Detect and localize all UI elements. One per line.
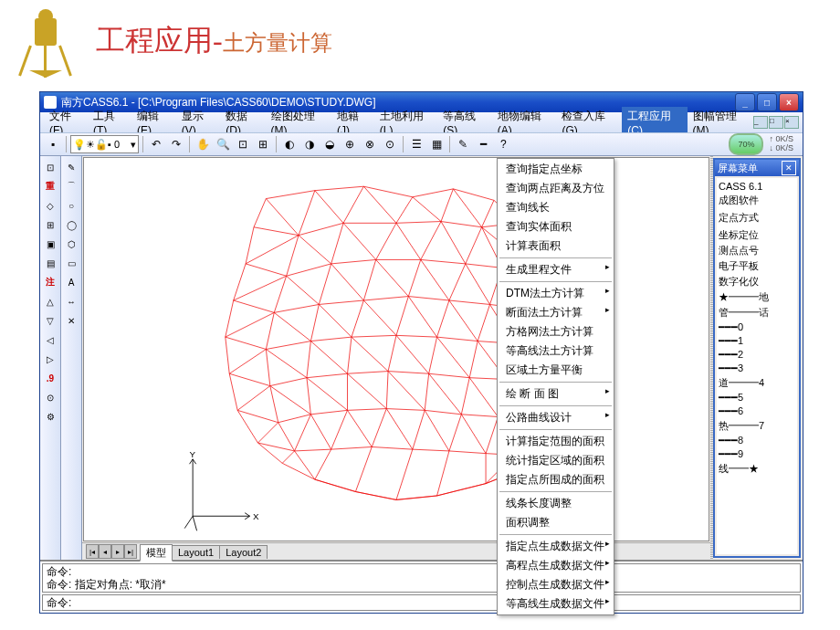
dd-point-gen-data[interactable]: 指定点生成数据文件 bbox=[499, 537, 613, 556]
vtool-btn[interactable]: ◇ bbox=[41, 196, 59, 215]
dd-road-curve-design[interactable]: 公路曲线设计 bbox=[499, 408, 613, 427]
dd-area-adjust[interactable]: 面积调整 bbox=[499, 513, 613, 532]
layer-combo[interactable]: 💡☀🔓▪ 0 ▾ bbox=[70, 135, 139, 153]
tool-btn[interactable]: ▦ bbox=[427, 135, 446, 153]
tool-btn[interactable]: ⊗ bbox=[361, 135, 379, 153]
vtool-btn[interactable]: ▣ bbox=[41, 235, 59, 253]
command-input-row[interactable]: 命令: bbox=[42, 594, 801, 611]
zoom-window-icon[interactable]: ⊡ bbox=[234, 135, 252, 153]
vtool-btn[interactable]: ⚙ bbox=[41, 407, 59, 425]
panel-item[interactable]: 道━━━4 bbox=[719, 375, 795, 391]
panel-item[interactable]: 线━━★ bbox=[719, 461, 795, 477]
dd-gen-mileage-file[interactable]: 生成里程文件 bbox=[499, 260, 613, 279]
vtool-btn[interactable]: ○ bbox=[62, 196, 80, 215]
panel-close-icon[interactable]: ✕ bbox=[782, 161, 796, 175]
tool-btn[interactable]: ⊕ bbox=[341, 135, 359, 153]
panel-item[interactable]: ━━━1 bbox=[719, 334, 795, 348]
vtool-btn[interactable]: ⬡ bbox=[62, 235, 80, 253]
vtool-btn[interactable]: ▤ bbox=[41, 254, 59, 272]
tab-nav-last[interactable]: ▸| bbox=[124, 544, 137, 559]
dd-query-dist-azimuth[interactable]: 查询两点距离及方位 bbox=[499, 179, 613, 198]
panel-item[interactable]: ━━━9 bbox=[719, 447, 795, 461]
panel-item[interactable]: 坐标定位 bbox=[719, 227, 795, 243]
vtool-btn[interactable]: ↔ bbox=[62, 292, 80, 310]
dd-section-earthwork[interactable]: 断面法土方计算 bbox=[499, 303, 613, 322]
vtool-btn[interactable]: ⊞ bbox=[41, 215, 59, 234]
vtool-btn[interactable]: ✎ bbox=[62, 158, 80, 176]
tool-btn[interactable]: ▪ bbox=[44, 135, 62, 153]
tool-redo[interactable]: ↷ bbox=[167, 135, 185, 153]
dd-grid-earthwork[interactable]: 方格网法土方计算 bbox=[499, 322, 613, 341]
panel-item[interactable]: ━━━3 bbox=[719, 362, 795, 375]
dd-contour-gen-data[interactable]: 等高线生成数据文件 bbox=[499, 594, 613, 614]
vtool-btn[interactable]: ▭ bbox=[62, 254, 80, 272]
panel-item[interactable]: 电子平板 bbox=[719, 258, 795, 274]
tool-btn[interactable]: ◑ bbox=[300, 135, 319, 153]
vtool-btn[interactable]: ◯ bbox=[62, 215, 80, 234]
panel-item[interactable]: ━━━2 bbox=[719, 348, 795, 362]
panel-item[interactable]: 热━━━7 bbox=[719, 418, 795, 434]
tool-btn[interactable]: ◐ bbox=[280, 135, 299, 153]
close-button[interactable]: × bbox=[779, 93, 799, 111]
dd-stat-region-area[interactable]: 统计指定区域的面积 bbox=[499, 451, 613, 470]
drawing-canvas[interactable]: Y X 查询指定点坐标 查询两点距离及方位 查询线长 查询实体面积 计算表面积 … bbox=[83, 157, 709, 541]
tab-model[interactable]: 模型 bbox=[140, 544, 173, 562]
vtool-btn[interactable]: ✕ bbox=[62, 311, 80, 330]
dd-elev-gen-data[interactable]: 高程点生成数据文件 bbox=[499, 556, 613, 575]
panel-item[interactable]: 定点方式 bbox=[719, 210, 795, 226]
tool-btn[interactable]: ☰ bbox=[407, 135, 425, 153]
panel-item[interactable]: ━━━5 bbox=[719, 391, 795, 404]
panel-item[interactable]: 测点点号 bbox=[719, 243, 795, 258]
tab-layout1[interactable]: Layout1 bbox=[172, 545, 220, 559]
vtool-btn[interactable]: △ bbox=[41, 292, 59, 310]
panel-item[interactable]: ━━━8 bbox=[719, 434, 795, 447]
tab-nav-first[interactable]: |◂ bbox=[86, 544, 99, 559]
zoom-prev-icon[interactable]: ⊞ bbox=[254, 135, 272, 153]
dd-query-line-length[interactable]: 查询线长 bbox=[499, 198, 613, 217]
dd-contour-earthwork[interactable]: 等高线法土方计算 bbox=[499, 341, 613, 361]
dd-calc-range-area[interactable]: 计算指定范围的面积 bbox=[499, 432, 613, 451]
tool-btn[interactable]: ◒ bbox=[320, 135, 339, 153]
panel-item[interactable]: 成图软件 bbox=[719, 193, 795, 208]
dd-query-entity-area[interactable]: 查询实体面积 bbox=[499, 217, 613, 236]
menubar[interactable]: 文件(F) 工具(T) 编辑(E) 显示(V) 数据(D) 绘图处理(M) 地籍… bbox=[40, 112, 803, 132]
dd-query-point-coord[interactable]: 查询指定点坐标 bbox=[499, 160, 613, 179]
zoom-realtime-icon[interactable]: 🔍 bbox=[214, 135, 232, 153]
vtool-btn[interactable]: 重 bbox=[41, 177, 59, 195]
tab-nav-next[interactable]: ▸ bbox=[111, 544, 124, 559]
panel-item[interactable]: ━━━0 bbox=[719, 320, 795, 334]
vtool-btn[interactable]: ▷ bbox=[41, 350, 59, 368]
tab-nav-prev[interactable]: ◂ bbox=[99, 544, 111, 559]
dd-region-balance[interactable]: 区域土方量平衡 bbox=[499, 361, 613, 380]
tab-layout2[interactable]: Layout2 bbox=[219, 545, 268, 559]
panel-item[interactable]: ★━━━地 bbox=[719, 289, 795, 305]
command-input[interactable] bbox=[71, 595, 796, 610]
vtool-btn[interactable]: 注 bbox=[41, 273, 59, 291]
panel-item[interactable]: 数字化仪 bbox=[719, 274, 795, 289]
doc-close[interactable]: × bbox=[784, 116, 799, 129]
tool-btn[interactable]: ━ bbox=[474, 135, 492, 153]
vtool-btn[interactable]: .9 bbox=[41, 369, 59, 387]
tool-pan[interactable]: ✋ bbox=[194, 135, 212, 153]
panel-item[interactable]: 管━━━话 bbox=[719, 305, 795, 320]
panel-body[interactable]: CASS 6.1 成图软件 定点方式 坐标定位 测点点号 电子平板 数字化仪 ★… bbox=[717, 178, 797, 554]
doc-minimize[interactable]: _ bbox=[753, 116, 768, 129]
maximize-button[interactable]: □ bbox=[757, 93, 777, 111]
tool-btn[interactable]: ✎ bbox=[454, 135, 472, 153]
vtool-btn[interactable]: A bbox=[62, 273, 80, 291]
vtool-btn[interactable]: ◁ bbox=[41, 331, 59, 349]
panel-item[interactable]: ━━━6 bbox=[719, 404, 795, 418]
vtool-btn[interactable]: ⌒ bbox=[62, 177, 80, 195]
dd-ctrl-gen-data[interactable]: 控制点生成数据文件 bbox=[499, 575, 613, 594]
doc-restore[interactable]: □ bbox=[769, 116, 783, 129]
tool-undo[interactable]: ↶ bbox=[147, 135, 165, 153]
tool-btn[interactable]: ⊙ bbox=[381, 135, 399, 153]
help-icon[interactable]: ? bbox=[494, 135, 512, 153]
dd-points-polygon-area[interactable]: 指定点所围成的面积 bbox=[499, 470, 613, 489]
panel-item[interactable]: CASS 6.1 bbox=[719, 180, 795, 193]
engineering-app-dropdown[interactable]: 查询指定点坐标 查询两点距离及方位 查询线长 查询实体面积 计算表面积 生成里程… bbox=[497, 158, 614, 615]
dd-calc-surface-area[interactable]: 计算表面积 bbox=[499, 236, 613, 256]
dd-line-length-adjust[interactable]: 线条长度调整 bbox=[499, 494, 613, 513]
vtool-btn[interactable]: ▽ bbox=[41, 311, 59, 330]
dd-draw-section[interactable]: 绘 断 面 图 bbox=[499, 384, 613, 404]
